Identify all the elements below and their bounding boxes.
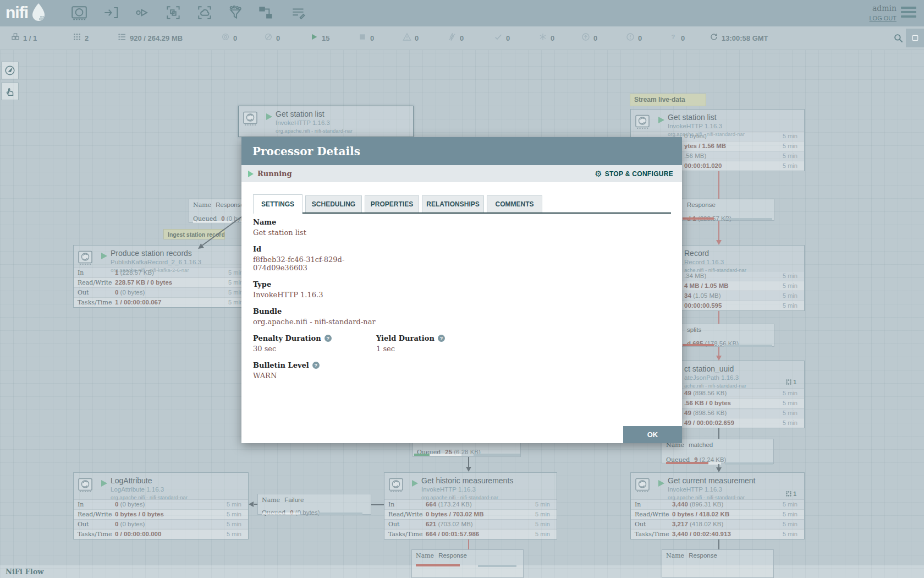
field-value: Get station list xyxy=(253,228,376,237)
dialog-tabs: SETTINGSSCHEDULINGPROPERTIESRELATIONSHIP… xyxy=(253,193,671,214)
field-yield-duration: Yield Duration?1 sec xyxy=(376,334,671,353)
run-state-label: Running xyxy=(257,170,292,178)
dialog-header: Processor Details xyxy=(241,137,682,165)
help-icon[interactable]: ? xyxy=(324,335,332,342)
field-label: Name xyxy=(253,218,276,226)
tab-properties[interactable]: PROPERTIES xyxy=(365,195,419,212)
field-label: Bulletin Level xyxy=(253,361,309,369)
field-row: Penalty Duration?30 secYield Duration?1 … xyxy=(253,334,671,353)
field-row: NameGet station list xyxy=(253,218,671,237)
help-icon[interactable]: ? xyxy=(312,362,320,369)
field-label: Yield Duration xyxy=(376,334,435,342)
field-label: Penalty Duration xyxy=(253,334,321,342)
dialog-title: Processor Details xyxy=(252,145,360,158)
field-row: Idf8fbeb32-fc46-31cf-829d-074d09e36603 xyxy=(253,245,671,272)
field-id: Idf8fbeb32-fc46-31cf-829d-074d09e36603 xyxy=(253,245,376,272)
field-row: Bundleorg.apache.nifi - nifi-standard-na… xyxy=(253,307,671,326)
tab-settings[interactable]: SETTINGS xyxy=(253,194,302,214)
field-row: TypeInvokeHTTP 1.16.3 xyxy=(253,280,671,299)
tab-relationships[interactable]: RELATIONSHIPS xyxy=(422,195,484,212)
processor-details-dialog: Processor Details Running ⚙ STOP & CONFI… xyxy=(241,137,682,443)
field-value: WARN xyxy=(253,372,376,380)
field-label: Id xyxy=(253,245,261,253)
running-icon xyxy=(248,171,254,177)
field-value: InvokeHTTP 1.16.3 xyxy=(253,291,376,299)
stop-and-configure-button[interactable]: ⚙ STOP & CONFIGURE xyxy=(595,169,673,179)
tab-scheduling[interactable]: SCHEDULING xyxy=(305,195,362,212)
help-icon[interactable]: ? xyxy=(438,335,445,342)
field-value: 1 sec xyxy=(376,345,671,353)
field-bulletin-level: Bulletin Level?WARN xyxy=(253,361,376,380)
field-label: Bundle xyxy=(253,307,282,315)
field-penalty-duration: Penalty Duration?30 sec xyxy=(253,334,376,353)
settings-tab-content: NameGet station listIdf8fbeb32-fc46-31cf… xyxy=(253,218,671,388)
field-label: Type xyxy=(253,280,271,288)
nifi-app: NiFi Flow Stream live-dataIngest station… xyxy=(0,0,924,578)
field-type: TypeInvokeHTTP 1.16.3 xyxy=(253,280,376,299)
processor-status-row: Running ⚙ STOP & CONFIGURE xyxy=(241,165,682,182)
tab-comments[interactable]: COMMENTS xyxy=(487,195,542,212)
field-row: Bulletin Level?WARN xyxy=(253,361,671,380)
gear-icon: ⚙ xyxy=(595,169,602,179)
field-name: NameGet station list xyxy=(253,218,376,237)
field-bundle: Bundleorg.apache.nifi - nifi-standard-na… xyxy=(253,307,376,326)
field-value: org.apache.nifi - nifi-standard-nar xyxy=(253,318,376,326)
field-value: f8fbeb32-fc46-31cf-829d-074d09e36603 xyxy=(253,255,376,272)
ok-button[interactable]: OK xyxy=(623,426,682,443)
field-value: 30 sec xyxy=(253,345,376,353)
